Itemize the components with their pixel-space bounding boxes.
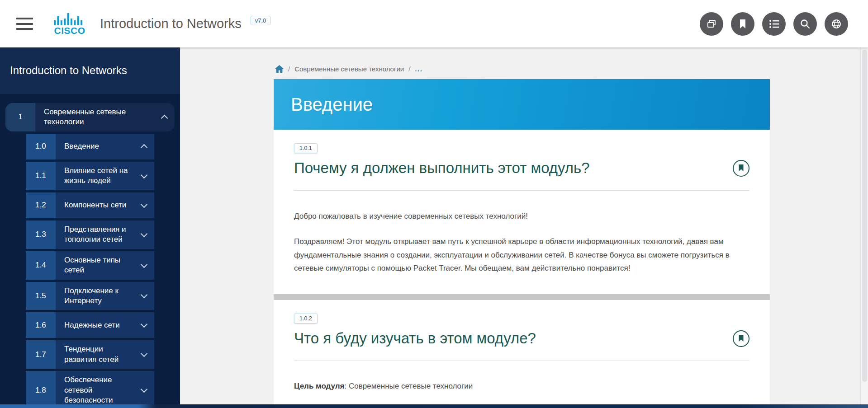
sidebar-item-label: Надежные сети [56, 312, 133, 338]
chevron-icon [133, 220, 154, 249]
cisco-logo-text: CISCO [54, 25, 85, 36]
topic-title: Почему я должен выполнить этот модуль? [294, 159, 590, 177]
sidebar-item-1-4[interactable]: 1.4 Основные типы сетей [5, 251, 175, 280]
topic-section-1-0-1: 1.0.1 Почему я должен выполнить этот мод… [274, 130, 770, 275]
search-icon[interactable] [793, 12, 817, 36]
home-icon[interactable] [275, 65, 284, 73]
bookmark-topic-button[interactable] [733, 160, 749, 177]
app-header: CISCO Introduction to Networks v7.0 [0, 0, 868, 47]
sidebar-item-1-5[interactable]: 1.5 Подключение к Интернету [5, 282, 175, 310]
sidebar-item-1-7[interactable]: 1.7 Тенденции развития сетей [5, 340, 175, 369]
sidebar-item-1-6[interactable]: 1.6 Надежные сети [5, 312, 175, 338]
chevron-icon [133, 340, 154, 369]
sidebar-item-label: Современные сетевые технологии [35, 103, 154, 131]
content-card: Введение 1.0.1 Почему я должен выполнить… [274, 79, 770, 404]
sidebar-item-label: Основные типы сетей [56, 251, 133, 280]
sidebar-item-1[interactable]: 1 Современные сетевые технологии [5, 103, 175, 131]
topic-badge: 1.0.1 [294, 143, 318, 153]
topic-paragraph: Добро пожаловать в изучение современных … [294, 210, 749, 223]
sidebar-item-1-8[interactable]: 1.8 Обеспечение сетевой безопасности [5, 371, 175, 408]
chevron-icon [133, 162, 154, 190]
sidebar-nav: 1 Современные сетевые технологии 1.0 Вве… [0, 103, 180, 408]
version-badge: v7.0 [251, 16, 271, 25]
sidebar-title: Introduction to Networks [10, 64, 171, 77]
sidebar-item-number: 1.6 [26, 312, 56, 338]
section-divider [274, 294, 770, 300]
chevron-icon [133, 282, 154, 310]
course-title: Introduction to Networks [100, 16, 242, 31]
chevron-icon [154, 103, 175, 131]
bottom-accent-strip [0, 404, 868, 408]
sidebar-item-number: 1.0 [26, 134, 56, 159]
sidebar-item-label: Подключение к Интернету [56, 282, 133, 310]
chevron-icon [133, 312, 154, 338]
list-icon[interactable] [762, 12, 786, 36]
breadcrumb-separator: / [408, 65, 410, 73]
sidebar-item-label: Влияние сетей на жизнь людей [56, 162, 133, 190]
bookmark-topic-button[interactable] [733, 330, 749, 347]
sidebar-header: Introduction to Networks [0, 47, 180, 94]
sidebar-item-label: Компоненты сети [56, 192, 133, 218]
sidebar-item-number: 1.8 [26, 371, 56, 408]
module-goal-text: : Современные сетевые технологии [345, 382, 473, 390]
sidebar-item-label: Введение [56, 134, 133, 159]
chevron-icon [133, 251, 154, 280]
windows-icon[interactable] [700, 12, 723, 36]
chevron-icon [133, 134, 154, 159]
topic-section-1-0-2: 1.0.2 Что я буду изучать в этом модуле? … [274, 300, 770, 391]
sidebar-item-1-1[interactable]: 1.1 Влияние сетей на жизнь людей [5, 162, 175, 190]
scrollbar-thumb[interactable] [862, 50, 867, 382]
breadcrumb: / Современные сетевые технологии / ... [180, 47, 868, 79]
sidebar-item-label: Тенденции развития сетей [56, 340, 133, 369]
breadcrumb-separator: / [288, 65, 290, 73]
sidebar-item-number: 1.5 [26, 282, 56, 310]
chevron-icon [133, 371, 154, 408]
chevron-icon [133, 192, 154, 218]
bookmark-icon[interactable] [731, 12, 754, 36]
sidebar-item-label: Обеспечение сетевой безопасности [56, 371, 133, 408]
title-divider [294, 361, 749, 361]
sidebar-item-1-2[interactable]: 1.2 Компоненты сети [5, 192, 175, 218]
globe-icon[interactable] [825, 12, 848, 36]
header-toolbar [700, 12, 848, 36]
main-content: / Современные сетевые технологии / ... В… [180, 47, 868, 408]
sidebar-item-number: 1.3 [26, 220, 56, 249]
sidebar-item-number: 1.7 [26, 340, 56, 369]
page-scrollbar[interactable] [860, 47, 868, 408]
breadcrumb-ellipsis[interactable]: ... [415, 65, 422, 73]
cisco-logo: CISCO [53, 12, 86, 36]
course-sidebar: Introduction to Networks 1 Современные с… [0, 47, 180, 408]
title-divider [294, 190, 749, 191]
cisco-logo-bars-icon [53, 12, 86, 25]
banner-title: Введение [291, 94, 373, 115]
sidebar-item-number: 1.2 [26, 192, 56, 218]
topic-title: Что я буду изучать в этом модуле? [294, 330, 536, 347]
hamburger-menu-icon[interactable] [16, 18, 33, 30]
sidebar-item-number: 1.4 [26, 251, 56, 280]
topic-badge: 1.0.2 [294, 314, 318, 324]
module-goal: Цель модуля: Современные сетевые техноло… [294, 382, 749, 391]
sidebar-item-1-3[interactable]: 1.3 Представления и топологии сетей [5, 220, 175, 249]
sidebar-item-1-0[interactable]: 1.0 Введение [5, 134, 175, 159]
sidebar-item-label: Представления и топологии сетей [56, 220, 133, 249]
topic-paragraph: Поздравляем! Этот модуль открывает вам п… [294, 235, 749, 275]
module-banner: Введение [274, 79, 770, 130]
breadcrumb-module-link[interactable]: Современные сетевые технологии [294, 65, 404, 73]
sidebar-item-number: 1 [5, 103, 35, 131]
sidebar-item-number: 1.1 [26, 162, 56, 190]
module-goal-label: Цель модуля [294, 382, 345, 390]
